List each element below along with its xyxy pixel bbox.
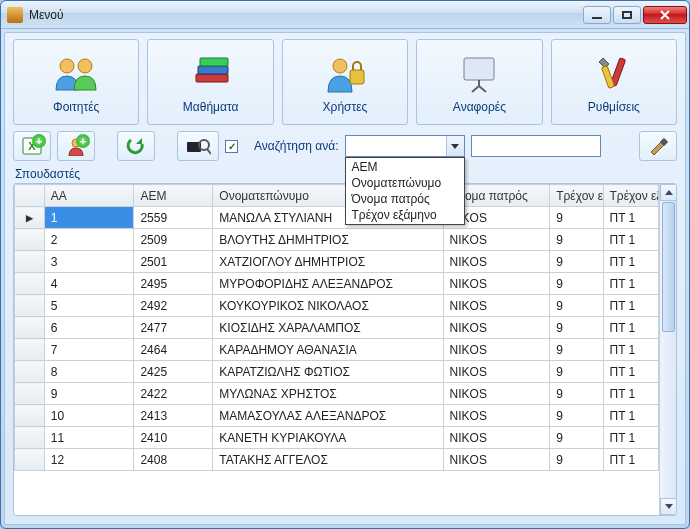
cell-aa[interactable]: 1 — [44, 207, 134, 229]
row-header[interactable] — [15, 229, 45, 251]
cell-name[interactable]: ΒΛΟΥΤΗΣ ΔΗΜΗΤΡΙΟΣ — [213, 229, 443, 251]
chevron-down-icon[interactable] — [446, 136, 464, 156]
clear-button[interactable] — [639, 131, 677, 161]
vertical-scrollbar[interactable] — [659, 184, 676, 515]
courses-button[interactable]: Μαθήματα — [147, 39, 273, 125]
cell-aa[interactable]: 5 — [44, 295, 134, 317]
scroll-thumb[interactable] — [662, 202, 675, 332]
cell-tsem[interactable]: ΠΤ 1 — [603, 251, 659, 273]
cell-aem[interactable]: 2413 — [134, 405, 213, 427]
cell-aa[interactable]: 4 — [44, 273, 134, 295]
cell-aem[interactable]: 2410 — [134, 427, 213, 449]
cell-tsem[interactable]: ΠΤ 1 — [603, 273, 659, 295]
row-header[interactable] — [15, 207, 45, 229]
cell-sem[interactable]: 9 — [550, 251, 603, 273]
cell-father[interactable]: NIKOS — [443, 427, 550, 449]
data-table[interactable]: AA AEM Ονοματεπώνυμο Όνομα πατρός Τρέχον… — [14, 184, 659, 471]
cell-name[interactable]: ΜΑΜΑΣΟΥΛΑΣ ΑΛΕΞΑΝΔΡΟΣ — [213, 405, 443, 427]
cell-father[interactable]: NIKOS — [443, 449, 550, 471]
table-row[interactable]: 72464ΚΑΡΑΔΗΜΟΥ ΑΘΑΝΑΣΙΑNIKOS9ΠΤ 1 — [15, 339, 659, 361]
cell-sem[interactable]: 9 — [550, 207, 603, 229]
cell-father[interactable]: NIKOS — [443, 383, 550, 405]
table-row[interactable]: 112410ΚΑΝΕΤΗ ΚΥΡΙΑΚΟΥΛΑNIKOS9ΠΤ 1 — [15, 427, 659, 449]
row-header[interactable] — [15, 449, 45, 471]
cell-father[interactable]: NIKOS — [443, 361, 550, 383]
search-checkbox[interactable]: ✓ — [225, 140, 238, 153]
row-header[interactable] — [15, 273, 45, 295]
table-row[interactable]: 12559ΜΑΝΩΛΑ ΣΤΥΛΙΑΝΗNIKOS9ΠΤ 1 — [15, 207, 659, 229]
cell-father[interactable]: NIKOS — [443, 251, 550, 273]
cell-father[interactable]: NIKOS — [443, 405, 550, 427]
export-excel-button[interactable]: X + — [13, 131, 51, 161]
table-row[interactable]: 92422ΜΥΛΩΝΑΣ ΧΡΗΣΤΟΣNIKOS9ΠΤ 1 — [15, 383, 659, 405]
cell-aem[interactable]: 2464 — [134, 339, 213, 361]
col-tsem[interactable]: Τρέχον εξάμηνο — [603, 185, 659, 207]
cell-aa[interactable]: 9 — [44, 383, 134, 405]
cell-sem[interactable]: 9 — [550, 449, 603, 471]
cell-name[interactable]: ΚΙΟΣΙΔΗΣ ΧΑΡΑΛΑΜΠΟΣ — [213, 317, 443, 339]
table-row[interactable]: 82425ΚΑΡΑΤΖΙΩΛΗΣ ΦΩΤΙΟΣNIKOS9ΠΤ 1 — [15, 361, 659, 383]
combo-option[interactable]: Όνομα πατρός — [346, 191, 464, 207]
cell-aem[interactable]: 2477 — [134, 317, 213, 339]
cell-aem[interactable]: 2408 — [134, 449, 213, 471]
cell-sem[interactable]: 9 — [550, 405, 603, 427]
cell-name[interactable]: ΜΥΛΩΝΑΣ ΧΡΗΣΤΟΣ — [213, 383, 443, 405]
table-row[interactable]: 52492ΚΟΥΚΟΥΡΙΚΟΣ ΝΙΚΟΛΑΟΣNIKOS9ΠΤ 1 — [15, 295, 659, 317]
table-row[interactable]: 122408ΤΑΤΑΚΗΣ ΑΓΓΕΛΟΣNIKOS9ΠΤ 1 — [15, 449, 659, 471]
cell-sem[interactable]: 9 — [550, 273, 603, 295]
cell-father[interactable]: NIKOS — [443, 229, 550, 251]
row-header[interactable] — [15, 383, 45, 405]
combo-option[interactable]: Ονοματεπώνυμο — [346, 175, 464, 191]
row-header[interactable] — [15, 427, 45, 449]
combo-option[interactable]: Τρέχον εξάμηνο — [346, 207, 464, 223]
cell-tsem[interactable]: ΠΤ 1 — [603, 361, 659, 383]
cell-aa[interactable]: 2 — [44, 229, 134, 251]
cell-name[interactable]: ΧΑΤΖΙΟΓΛΟΥ ΔΗΜΗΤΡΙΟΣ — [213, 251, 443, 273]
table-row[interactable]: 22509ΒΛΟΥΤΗΣ ΔΗΜΗΤΡΙΟΣNIKOS9ΠΤ 1 — [15, 229, 659, 251]
cell-sem[interactable]: 9 — [550, 229, 603, 251]
cell-father[interactable]: NIKOS — [443, 339, 550, 361]
cell-tsem[interactable]: ΠΤ 1 — [603, 207, 659, 229]
table-row[interactable]: 32501ΧΑΤΖΙΟΓΛΟΥ ΔΗΜΗΤΡΙΟΣNIKOS9ΠΤ 1 — [15, 251, 659, 273]
cell-name[interactable]: ΜΥΡΟΦΟΡΙΔΗΣ ΑΛΕΞΑΝΔΡΟΣ — [213, 273, 443, 295]
cell-aa[interactable]: 7 — [44, 339, 134, 361]
cell-father[interactable]: NIKOS — [443, 317, 550, 339]
reports-button[interactable]: Αναφορές — [416, 39, 542, 125]
scroll-down-button[interactable] — [660, 498, 677, 515]
cell-tsem[interactable]: ΠΤ 1 — [603, 383, 659, 405]
cell-sem[interactable]: 9 — [550, 339, 603, 361]
cell-sem[interactable]: 9 — [550, 317, 603, 339]
table-row[interactable]: 102413ΜΑΜΑΣΟΥΛΑΣ ΑΛΕΞΑΝΔΡΟΣNIKOS9ΠΤ 1 — [15, 405, 659, 427]
cell-name[interactable]: ΚΑΡΑΤΖΙΩΛΗΣ ΦΩΤΙΟΣ — [213, 361, 443, 383]
users-button[interactable]: Χρήστες — [282, 39, 408, 125]
cell-aem[interactable]: 2422 — [134, 383, 213, 405]
search-input[interactable] — [471, 135, 601, 157]
row-header[interactable] — [15, 251, 45, 273]
refresh-button[interactable] — [117, 131, 155, 161]
row-header[interactable] — [15, 295, 45, 317]
cell-aa[interactable]: 12 — [44, 449, 134, 471]
cell-aa[interactable]: 10 — [44, 405, 134, 427]
cell-aa[interactable]: 11 — [44, 427, 134, 449]
minimize-button[interactable] — [583, 6, 611, 24]
col-aa[interactable]: AA — [44, 185, 134, 207]
cell-aa[interactable]: 3 — [44, 251, 134, 273]
combo-option[interactable]: AEM — [346, 159, 464, 175]
cell-tsem[interactable]: ΠΤ 1 — [603, 405, 659, 427]
row-header[interactable] — [15, 405, 45, 427]
search-button[interactable] — [177, 131, 219, 161]
cell-tsem[interactable]: ΠΤ 1 — [603, 317, 659, 339]
row-header[interactable] — [15, 361, 45, 383]
cell-aem[interactable]: 2501 — [134, 251, 213, 273]
table-row[interactable]: 42495ΜΥΡΟΦΟΡΙΔΗΣ ΑΛΕΞΑΝΔΡΟΣNIKOS9ΠΤ 1 — [15, 273, 659, 295]
cell-aem[interactable]: 2425 — [134, 361, 213, 383]
close-button[interactable] — [643, 6, 687, 24]
col-aem[interactable]: AEM — [134, 185, 213, 207]
cell-aem[interactable]: 2509 — [134, 229, 213, 251]
cell-name[interactable]: ΚΟΥΚΟΥΡΙΚΟΣ ΝΙΚΟΛΑΟΣ — [213, 295, 443, 317]
cell-name[interactable]: ΤΑΤΑΚΗΣ ΑΓΓΕΛΟΣ — [213, 449, 443, 471]
cell-tsem[interactable]: ΠΤ 1 — [603, 295, 659, 317]
settings-button[interactable]: Ρυθμίσεις — [551, 39, 677, 125]
row-header[interactable] — [15, 339, 45, 361]
col-sem[interactable]: Τρέχον εξάμηνο — [550, 185, 603, 207]
